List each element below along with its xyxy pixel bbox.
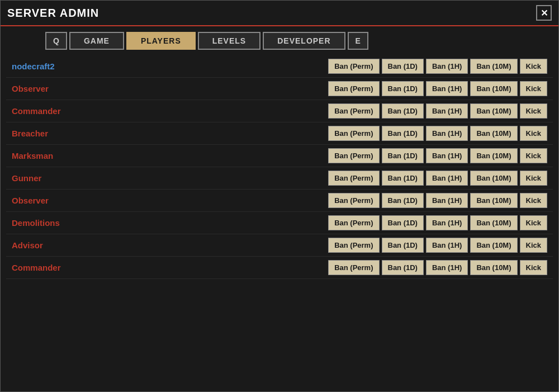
player-name[interactable]: Demolitions [12,218,328,228]
table-row: ObserverBan (Perm)Ban (1D)Ban (1H)Ban (1… [6,190,553,212]
action-buttons: Ban (Perm)Ban (1D)Ban (1H)Ban (10M)Kick [328,171,547,186]
tab-q[interactable]: Q [45,32,67,50]
kick-button[interactable]: Kick [520,126,547,141]
kick-button[interactable]: Kick [520,215,547,230]
kick-button[interactable]: Kick [520,59,547,74]
ban-1h-button[interactable]: Ban (1H) [426,238,468,253]
ban-perm-button[interactable]: Ban (Perm) [328,193,379,208]
action-buttons: Ban (Perm)Ban (1D)Ban (1H)Ban (10M)Kick [328,81,547,96]
ban-perm-button[interactable]: Ban (Perm) [328,260,379,275]
ban-perm-button[interactable]: Ban (Perm) [328,215,379,230]
ban-10m-button[interactable]: Ban (10M) [470,260,517,275]
ban-1d-button[interactable]: Ban (1D) [382,193,424,208]
server-admin-window: SERVER ADMIN ✕ Q GAME PLAYERS LEVELS DEV… [0,0,559,392]
table-row: CommanderBan (Perm)Ban (1D)Ban (1H)Ban (… [6,100,553,122]
action-buttons: Ban (Perm)Ban (1D)Ban (1H)Ban (10M)Kick [328,238,547,253]
ban-10m-button[interactable]: Ban (10M) [470,81,517,96]
kick-button[interactable]: Kick [520,103,547,119]
ban-perm-button[interactable]: Ban (Perm) [328,81,379,96]
player-name[interactable]: Observer [12,84,328,93]
players-list: nodecraft2Ban (Perm)Ban (1D)Ban (1H)Ban … [1,55,558,391]
window-title: SERVER ADMIN [7,7,99,20]
ban-10m-button[interactable]: Ban (10M) [470,148,517,163]
ban-1h-button[interactable]: Ban (1H) [426,193,468,208]
tab-developer[interactable]: DEVELOPER [263,32,345,50]
ban-1d-button[interactable]: Ban (1D) [382,260,424,275]
player-name[interactable]: Gunner [12,173,328,183]
ban-1h-button[interactable]: Ban (1H) [426,81,468,96]
table-row: MarksmanBan (Perm)Ban (1D)Ban (1H)Ban (1… [6,145,553,167]
ban-1h-button[interactable]: Ban (1H) [426,126,468,141]
action-buttons: Ban (Perm)Ban (1D)Ban (1H)Ban (10M)Kick [328,103,547,119]
table-row: nodecraft2Ban (Perm)Ban (1D)Ban (1H)Ban … [6,55,553,78]
ban-1h-button[interactable]: Ban (1H) [426,260,468,275]
action-buttons: Ban (Perm)Ban (1D)Ban (1H)Ban (10M)Kick [328,215,547,230]
ban-1d-button[interactable]: Ban (1D) [382,171,424,186]
action-buttons: Ban (Perm)Ban (1D)Ban (1H)Ban (10M)Kick [328,59,547,74]
player-name[interactable]: Commander [12,263,328,272]
tab-e[interactable]: E [348,32,368,50]
kick-button[interactable]: Kick [520,81,547,96]
ban-1d-button[interactable]: Ban (1D) [382,215,424,230]
ban-10m-button[interactable]: Ban (10M) [470,215,517,230]
ban-1d-button[interactable]: Ban (1D) [382,81,424,96]
table-row: DemolitionsBan (Perm)Ban (1D)Ban (1H)Ban… [6,212,553,234]
tab-players[interactable]: PLAYERS [126,32,196,50]
ban-perm-button[interactable]: Ban (Perm) [328,171,379,186]
ban-1h-button[interactable]: Ban (1H) [426,59,468,74]
player-name[interactable]: Marksman [12,151,328,160]
close-button[interactable]: ✕ [536,5,552,21]
player-name[interactable]: Breacher [12,129,328,138]
ban-1h-button[interactable]: Ban (1H) [426,215,468,230]
kick-button[interactable]: Kick [520,260,547,275]
action-buttons: Ban (Perm)Ban (1D)Ban (1H)Ban (10M)Kick [328,126,547,141]
ban-1h-button[interactable]: Ban (1H) [426,171,468,186]
ban-1d-button[interactable]: Ban (1D) [382,148,424,163]
action-buttons: Ban (Perm)Ban (1D)Ban (1H)Ban (10M)Kick [328,260,547,275]
kick-button[interactable]: Kick [520,238,547,253]
ban-1d-button[interactable]: Ban (1D) [382,126,424,141]
player-name[interactable]: nodecraft2 [12,62,328,71]
table-row: AdvisorBan (Perm)Ban (1D)Ban (1H)Ban (10… [6,234,553,257]
kick-button[interactable]: Kick [520,148,547,163]
action-buttons: Ban (Perm)Ban (1D)Ban (1H)Ban (10M)Kick [328,193,547,208]
ban-10m-button[interactable]: Ban (10M) [470,171,517,186]
ban-10m-button[interactable]: Ban (10M) [470,238,517,253]
ban-10m-button[interactable]: Ban (10M) [470,59,517,74]
ban-1h-button[interactable]: Ban (1H) [426,148,468,163]
ban-1d-button[interactable]: Ban (1D) [382,103,424,119]
ban-10m-button[interactable]: Ban (10M) [470,103,517,119]
ban-perm-button[interactable]: Ban (Perm) [328,103,379,119]
player-name[interactable]: Advisor [12,240,328,250]
table-row: GunnerBan (Perm)Ban (1D)Ban (1H)Ban (10M… [6,167,553,190]
ban-perm-button[interactable]: Ban (Perm) [328,126,379,141]
player-name[interactable]: Observer [12,196,328,205]
ban-perm-button[interactable]: Ban (Perm) [328,59,379,74]
tab-levels[interactable]: LEVELS [198,32,260,50]
player-name[interactable]: Commander [12,106,328,116]
tab-game[interactable]: GAME [69,32,124,50]
table-row: CommanderBan (Perm)Ban (1D)Ban (1H)Ban (… [6,257,553,279]
ban-1h-button[interactable]: Ban (1H) [426,103,468,119]
ban-1d-button[interactable]: Ban (1D) [382,59,424,74]
tabs-bar: Q GAME PLAYERS LEVELS DEVELOPER E [1,26,558,55]
action-buttons: Ban (Perm)Ban (1D)Ban (1H)Ban (10M)Kick [328,148,547,163]
title-bar: SERVER ADMIN ✕ [1,1,558,26]
ban-perm-button[interactable]: Ban (Perm) [328,238,379,253]
ban-1d-button[interactable]: Ban (1D) [382,238,424,253]
table-row: BreacherBan (Perm)Ban (1D)Ban (1H)Ban (1… [6,122,553,145]
kick-button[interactable]: Kick [520,193,547,208]
ban-10m-button[interactable]: Ban (10M) [470,126,517,141]
ban-10m-button[interactable]: Ban (10M) [470,193,517,208]
table-row: ObserverBan (Perm)Ban (1D)Ban (1H)Ban (1… [6,78,553,100]
ban-perm-button[interactable]: Ban (Perm) [328,148,379,163]
kick-button[interactable]: Kick [520,171,547,186]
